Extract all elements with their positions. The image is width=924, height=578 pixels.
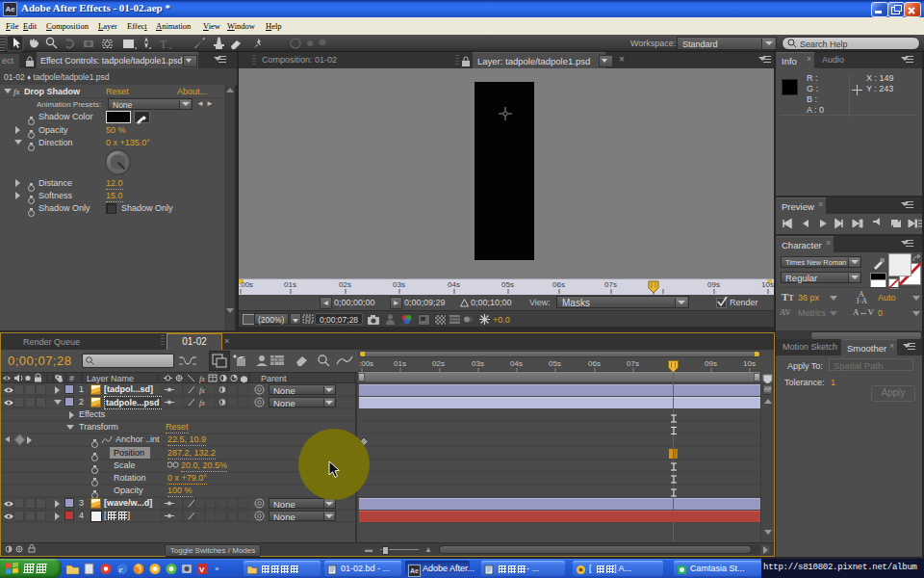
svg-text:07s: 07s [604, 280, 617, 289]
svg-text:09s: 09s [707, 280, 720, 289]
svg-text:fx: fx [199, 398, 205, 407]
svg-text:02s: 02s [339, 280, 351, 289]
svg-text:e: e [119, 565, 123, 574]
svg-text:»: » [215, 565, 219, 573]
svg-text:03s: 03s [393, 280, 405, 289]
svg-text:Parent: Parent [261, 374, 287, 383]
svg-text:I·A: I·A [857, 297, 867, 304]
svg-text:V: V [199, 565, 205, 574]
svg-text:Layer Name: Layer Name [87, 374, 134, 383]
svg-text:01s: 01s [284, 280, 296, 289]
svg-text:fx: fx [199, 385, 205, 395]
svg-text:04s: 04s [448, 280, 460, 289]
svg-text::00s: :00s [239, 280, 253, 289]
svg-text:10s: 10s [761, 280, 774, 289]
svg-text:06s: 06s [552, 280, 565, 289]
svg-text:#: # [69, 374, 74, 383]
svg-text:05s: 05s [501, 280, 514, 289]
svg-text:fx: fx [199, 374, 205, 383]
svg-text:T: T [160, 38, 167, 51]
